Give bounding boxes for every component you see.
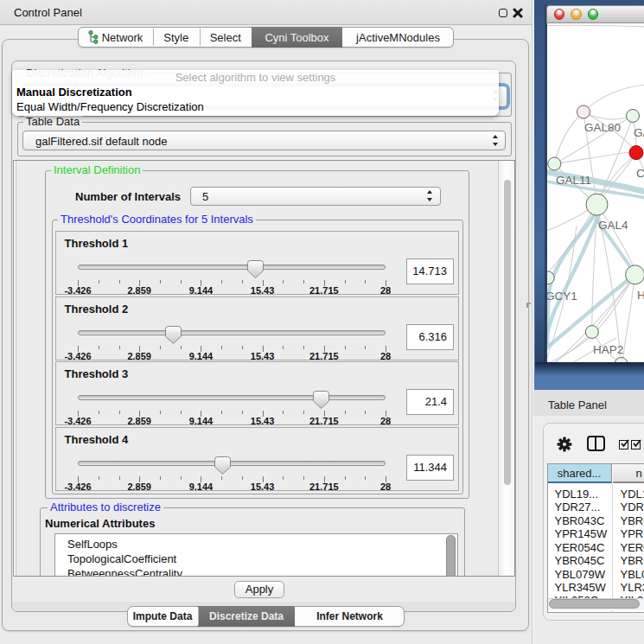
svg-text:CY: CY (636, 167, 644, 180)
svg-text:GAL4: GAL4 (598, 219, 628, 232)
svg-text:GAL80: GAL80 (584, 121, 621, 134)
svg-text:GA: GA (634, 126, 644, 139)
svg-text:HI: HI (637, 289, 644, 302)
svg-text:GCY1: GCY1 (547, 290, 577, 303)
svg-text:GAL11: GAL11 (556, 174, 591, 187)
svg-text:HAP2: HAP2 (593, 343, 623, 356)
